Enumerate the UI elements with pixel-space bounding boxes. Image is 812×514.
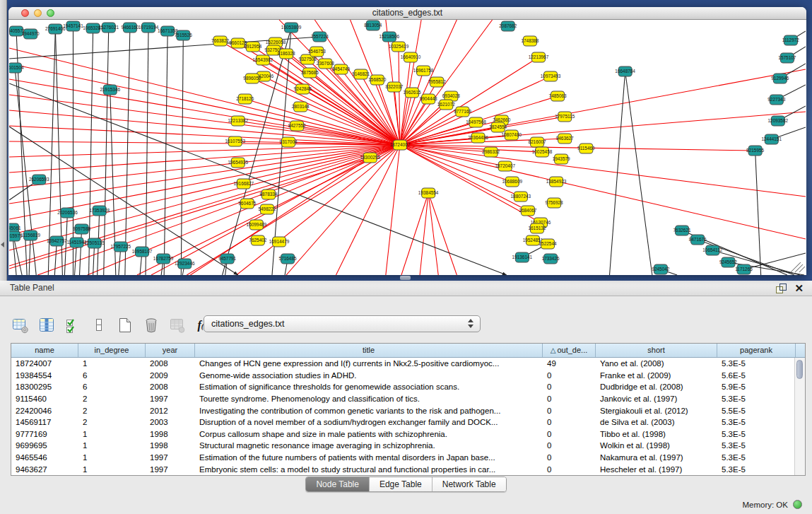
graph-node[interactable]: 10807480 xyxy=(501,130,522,140)
citation-edge-red[interactable] xyxy=(400,105,446,145)
graph-node[interactable]: 18720407 xyxy=(495,161,515,171)
graph-node[interactable]: 17957225 xyxy=(111,242,131,252)
expand-panel-arrow-icon[interactable] xyxy=(1,242,4,247)
table-cell[interactable]: Estimation of the future numbers of pati… xyxy=(195,453,543,462)
graph-node[interactable]: 9604675 xyxy=(238,199,256,209)
graph-node[interactable]: 13942757 xyxy=(47,236,67,246)
graph-node[interactable]: 19654935 xyxy=(228,158,248,168)
vertical-scrollbar[interactable] xyxy=(794,358,805,475)
table-cell[interactable]: 6 xyxy=(78,371,146,380)
select-columns-icon[interactable] xyxy=(37,315,56,335)
table-cell[interactable]: 5.3E-5 xyxy=(717,430,794,438)
delete-table-icon[interactable] xyxy=(142,315,160,335)
graph-node[interactable]: 8878334 xyxy=(259,189,277,199)
column-header-name[interactable]: name xyxy=(11,344,78,357)
graph-node[interactable]: 7625402 xyxy=(249,235,266,245)
table-cell[interactable]: 0 xyxy=(543,407,596,415)
graph-node[interactable]: 9227343 xyxy=(767,95,785,105)
tab-node-table[interactable]: Node Table xyxy=(306,477,370,491)
graph-node[interactable]: 19166827 xyxy=(233,179,254,189)
table-cell[interactable]: 1998 xyxy=(146,441,195,450)
table-cell[interactable]: 1 xyxy=(78,359,146,368)
close-icon[interactable]: ✕ xyxy=(794,281,804,296)
citation-edge-red[interactable] xyxy=(428,193,457,275)
table-settings-icon[interactable] xyxy=(11,315,30,335)
graph-node[interactable]: 16648784 xyxy=(615,66,635,76)
table-cell[interactable]: 2003 xyxy=(146,418,195,426)
graph-node[interactable]: 9777169 xyxy=(454,107,471,117)
graph-node[interactable]: 9115460 xyxy=(577,144,595,153)
panel-splitter-handle[interactable] xyxy=(400,276,411,280)
table-cell[interactable]: 0 xyxy=(543,441,596,450)
graph-node[interactable]: 8454749 xyxy=(332,64,350,74)
graph-node[interactable]: 13854923 xyxy=(546,177,567,187)
graph-node[interactable]: 16961758 xyxy=(413,66,434,76)
graph-node[interactable]: 17353928 xyxy=(89,206,110,216)
table-cell[interactable]: 5.6E-5 xyxy=(717,371,794,380)
graph-node[interactable]: 9904448 xyxy=(420,94,437,104)
table-cell[interactable]: 9115460 xyxy=(11,395,78,403)
table-cell[interactable]: 0 xyxy=(543,382,596,391)
table-cell[interactable]: 9465546 xyxy=(11,453,78,462)
tab-edge-table[interactable]: Edge Table xyxy=(370,477,433,491)
table-cell[interactable]: 5.5E-5 xyxy=(717,407,794,415)
graph-node[interactable]: 3824554 xyxy=(489,122,507,132)
table-cell[interactable]: 0 xyxy=(543,395,596,403)
table-panel-titlebar[interactable]: Table Panel ✕ xyxy=(0,281,812,296)
graph-node[interactable]: 16107553 xyxy=(225,136,245,146)
graph-node[interactable]: 2087682 xyxy=(499,21,517,31)
network-canvas[interactable]: 9405571194497027691406194571411065328715… xyxy=(9,20,806,275)
citation-network-graph[interactable]: 9405571194497027691406194571411065328715… xyxy=(9,20,806,275)
table-cell[interactable]: Stergiakouli et al. (2012) xyxy=(596,407,717,415)
table-cell[interactable]: Hescheler et al. (1997) xyxy=(596,465,717,474)
graph-node[interactable]: 7557224 xyxy=(311,32,329,42)
citation-edge-red[interactable] xyxy=(400,145,806,239)
graph-node[interactable]: 1615132 xyxy=(528,223,546,233)
window-titlebar[interactable]: citations_edges.txt xyxy=(8,7,806,20)
table-cell[interactable]: Structural magnetic resonance image aver… xyxy=(195,441,543,450)
column-header-year[interactable]: year xyxy=(146,344,195,357)
table-cell[interactable]: Investigating the contribution of common… xyxy=(195,407,543,415)
tab-network-table[interactable]: Network Table xyxy=(433,477,506,491)
table-cell[interactable]: Dudbridge et al. (2008) xyxy=(596,382,717,391)
column-header-short[interactable]: short xyxy=(596,344,717,357)
graph-node[interactable]: 8912954 xyxy=(244,42,261,52)
table-cell[interactable]: 18724007 xyxy=(11,359,78,368)
graph-node[interactable]: 7515526 xyxy=(175,30,192,40)
graph-node[interactable]: 9242845 xyxy=(294,84,312,94)
graph-node[interactable]: 5498222 xyxy=(258,204,276,214)
graph-node[interactable]: 15276021 xyxy=(98,23,119,33)
new-table-icon[interactable] xyxy=(116,315,134,335)
canvas-resize-grip-icon[interactable] xyxy=(791,262,805,272)
table-cell[interactable]: 2 xyxy=(78,418,146,426)
column-header-out-de-[interactable]: △out_de... xyxy=(543,344,596,357)
table-cell[interactable]: Jankovic et al. (1997) xyxy=(596,395,717,403)
graph-node[interactable]: 8813054 xyxy=(364,21,382,30)
table-cell[interactable]: 6 xyxy=(78,382,146,391)
graph-node[interactable]: 1575107 xyxy=(778,53,796,63)
graph-node[interactable]: 8216007 xyxy=(528,137,546,147)
graph-node[interactable]: 19384554 xyxy=(418,188,439,198)
graph-node[interactable]: 7632621 xyxy=(673,226,691,235)
citation-edge-black[interactable] xyxy=(80,229,82,275)
table-row[interactable]: 2242004622012Investigating the contribut… xyxy=(11,404,794,416)
table-cell[interactable]: Estimation of significance thresholds fo… xyxy=(195,382,543,391)
table-cell[interactable]: 2008 xyxy=(146,382,195,391)
table-cell[interactable]: Tibbo et al. (1998) xyxy=(596,430,717,438)
table-cell[interactable]: Embryonic stem cells: a model to study s… xyxy=(195,465,543,474)
table-cell[interactable]: 2009 xyxy=(146,371,195,380)
column-header-in-degree[interactable]: in_degree xyxy=(78,344,146,357)
table-selector-dropdown[interactable]: citations_edges.txt xyxy=(204,315,481,332)
graph-node[interactable]: 10025458 xyxy=(532,147,553,157)
graph-node[interactable]: 16053809 xyxy=(281,23,302,33)
table-cell[interactable]: 2 xyxy=(78,407,146,415)
graph-node[interactable]: 3875685 xyxy=(301,68,319,78)
table-row[interactable]: 977716911998Corpus callosum shape and si… xyxy=(11,428,794,440)
graph-node[interactable]: 1546753 xyxy=(308,47,326,57)
citation-edge-black[interactable] xyxy=(104,28,109,275)
table-cell[interactable]: 49 xyxy=(543,359,596,368)
citation-edge-red[interactable] xyxy=(9,64,400,145)
table-cell[interactable]: 1997 xyxy=(146,453,195,462)
table-cell[interactable]: 2 xyxy=(78,395,146,403)
graph-node[interactable]: 8215955 xyxy=(746,146,764,156)
